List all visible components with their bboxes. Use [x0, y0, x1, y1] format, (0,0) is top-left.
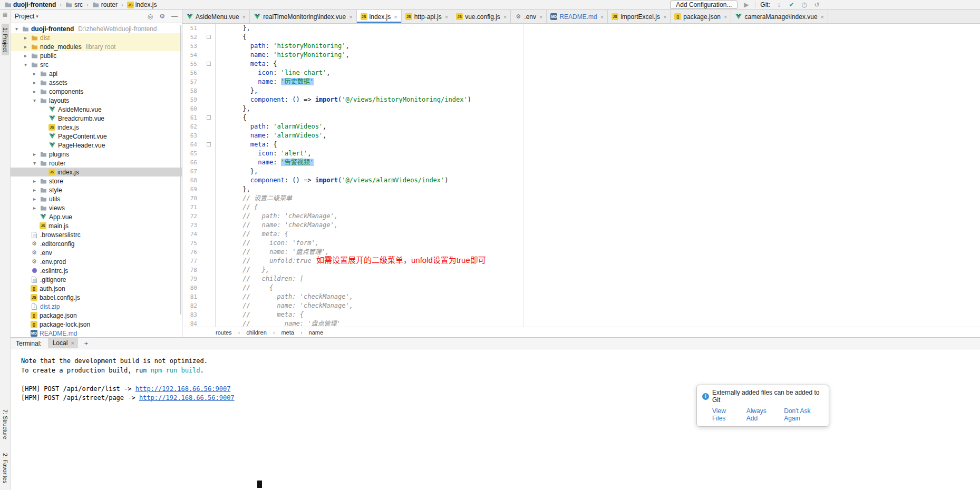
code-line-84[interactable]: 84 // name: '盘点管理': [182, 319, 980, 327]
editor-breadcrumb-children[interactable]: children: [246, 329, 267, 336]
tree-item-env[interactable]: ⚙.env: [11, 248, 182, 257]
tab-close-icon[interactable]: ×: [242, 14, 246, 20]
tree-item-auth-json[interactable]: {}auth.json: [11, 284, 182, 293]
tab-close-icon[interactable]: ×: [445, 14, 448, 20]
chevron-expanded-icon[interactable]: ▾: [23, 62, 28, 67]
chevron-collapsed-icon[interactable]: ▸: [32, 89, 37, 94]
close-icon[interactable]: ×: [71, 340, 74, 346]
new-terminal-icon[interactable]: +: [84, 339, 89, 347]
tree-item-dist[interactable]: ▸dist: [11, 33, 182, 42]
project-view-dropdown[interactable]: Project: [15, 13, 34, 20]
tree-item-style[interactable]: ▸style: [11, 185, 182, 194]
settings-gear-icon[interactable]: ⚙: [159, 13, 165, 20]
notification-action-view-files[interactable]: View Files: [712, 407, 738, 422]
code-line-68[interactable]: 68 component: () => import('@/views/alar…: [182, 176, 980, 185]
terminal-content[interactable]: Note that the development build is not o…: [11, 349, 980, 490]
chevron-collapsed-icon[interactable]: ▸: [32, 196, 37, 202]
fold-icon[interactable]: [207, 115, 211, 120]
tree-item-duoji-frontend[interactable]: ▾duoji-frontendD:\zheheWeb\duoji-fronten…: [11, 24, 182, 33]
code-line-72[interactable]: 72 // path: 'checkManage',: [182, 212, 980, 221]
tree-item-package-lock-json[interactable]: {}package-lock.json: [11, 320, 182, 329]
tab-close-icon[interactable]: ×: [394, 14, 397, 20]
editor-breadcrumb-meta[interactable]: meta: [281, 329, 294, 336]
fold-icon[interactable]: [207, 62, 211, 66]
tab-close-icon[interactable]: ×: [600, 14, 604, 20]
notification-action-always-add[interactable]: Always Add: [746, 407, 775, 422]
code-line-61[interactable]: 61 {: [182, 113, 980, 122]
chevron-collapsed-icon[interactable]: ▸: [32, 71, 37, 76]
code-line-53[interactable]: 53 path: 'historyMonitoring',: [182, 42, 980, 51]
tree-item-views[interactable]: ▸views: [11, 203, 182, 212]
code-line-74[interactable]: 74 // meta: {: [182, 230, 980, 239]
code-line-76[interactable]: 76 // name: '盘点管理',: [182, 248, 980, 257]
chevron-collapsed-icon[interactable]: ▸: [23, 53, 28, 58]
tab-close-icon[interactable]: ×: [503, 14, 507, 20]
tree-item-store[interactable]: ▸store: [11, 177, 182, 185]
breadcrumb-item-index-js[interactable]: JSindex.js: [126, 1, 158, 8]
code-line-66[interactable]: 66 name: '告警视频': [182, 158, 980, 167]
terminal-link[interactable]: http://192.168.66.56:9007: [139, 394, 235, 401]
chevron-expanded-icon[interactable]: ▾: [32, 160, 37, 166]
chevron-collapsed-icon[interactable]: ▸: [32, 151, 37, 157]
tool-button-2-favorites[interactable]: 2: Favorites: [2, 449, 9, 487]
run-icon[interactable]: ▶: [742, 1, 750, 8]
tree-item-components[interactable]: ▸components: [11, 87, 182, 96]
chevron-collapsed-icon[interactable]: ▸: [23, 35, 28, 41]
code-line-70[interactable]: 70 // 设置二级菜单: [182, 194, 980, 203]
code-line-62[interactable]: 62 path: 'alarmVideos',: [182, 122, 980, 131]
tree-item-router[interactable]: ▾router: [11, 159, 182, 168]
tree-item-index-js[interactable]: JSindex.js: [11, 168, 182, 177]
editor-breadcrumb-name[interactable]: name: [309, 329, 324, 336]
code-line-52[interactable]: 52 {: [182, 33, 980, 42]
code-line-80[interactable]: 80 // {: [182, 283, 980, 292]
tab-readme-md[interactable]: MDREADME.md×: [547, 10, 608, 23]
tab-package-json[interactable]: {}package.json×: [671, 10, 731, 23]
tree-item-editorconfig[interactable]: ⚙.editorconfig: [11, 239, 182, 248]
tab-asidemenu-vue[interactable]: AsideMenu.vue×: [182, 10, 250, 23]
code-line-63[interactable]: 63 name: 'alarmVideos',: [182, 131, 980, 140]
breadcrumb-item-duoji-frontend[interactable]: duoji-frontend: [3, 1, 57, 8]
tree-item-babel-config-js[interactable]: JSbabel.config.js: [11, 293, 182, 302]
tree-item-breadcrumb-vue[interactable]: Breadcrumb.vue: [11, 114, 182, 123]
chevron-collapsed-icon[interactable]: ▸: [32, 205, 37, 211]
editor[interactable]: 51 },52 {53 path: 'historyMonitoring',54…: [182, 24, 980, 327]
git-commit-icon[interactable]: ✔: [788, 1, 795, 8]
tree-item-utils[interactable]: ▸utils: [11, 194, 182, 203]
code-line-78[interactable]: 78 // },: [182, 266, 980, 275]
code-line-69[interactable]: 69 },: [182, 185, 980, 194]
tree-item-package-json[interactable]: {}package.json: [11, 311, 182, 320]
tab-vue-config-js[interactable]: JSvue.config.js×: [452, 10, 511, 23]
code-line-55[interactable]: 55 meta: {: [182, 60, 980, 68]
tree-item-pageheader-vue[interactable]: PageHeader.vue: [11, 141, 182, 150]
tree-item-dist-zip[interactable]: dist.zip: [11, 302, 182, 311]
tree-item-api[interactable]: ▸api: [11, 69, 182, 78]
code-line-73[interactable]: 73 // name: 'checkManage',: [182, 221, 980, 230]
terminal-tab-local[interactable]: Local ×: [48, 338, 78, 348]
history-icon[interactable]: ◷: [800, 1, 808, 8]
tree-item-layouts[interactable]: ▾layouts: [11, 96, 182, 105]
tree-item-node-modules[interactable]: ▸node_moduleslibrary root: [11, 42, 182, 51]
tree-item-asidemenu-vue[interactable]: AsideMenu.vue: [11, 105, 182, 114]
tree-item-public[interactable]: ▸public: [11, 51, 182, 60]
tree-item-eslintrc-js[interactable]: .eslintrc.js: [11, 266, 182, 275]
terminal-link[interactable]: http://192.168.66.56:9007: [135, 385, 231, 393]
code-line-57[interactable]: 57 name: '历史数据': [182, 77, 980, 86]
code-line-59[interactable]: 59 component: () => import('@/views/hist…: [182, 95, 980, 104]
project-scrollbar[interactable]: [180, 25, 181, 315]
tree-item-assets[interactable]: ▸assets: [11, 78, 182, 87]
chevron-expanded-icon[interactable]: ▾: [32, 97, 37, 103]
fold-icon[interactable]: [207, 35, 211, 39]
code-line-54[interactable]: 54 name: 'historyMonitoring',: [182, 51, 980, 60]
tool-button-7-structure[interactable]: 7: Structure: [2, 406, 9, 443]
breadcrumb-item-router[interactable]: router: [91, 1, 119, 8]
hide-panel-icon[interactable]: —: [171, 13, 178, 20]
code-line-81[interactable]: 81 // path: 'checkManage',: [182, 292, 980, 301]
code-line-71[interactable]: 71 // {: [182, 203, 980, 212]
tree-item-pagecontent-vue[interactable]: PageContent.vue: [11, 132, 182, 141]
git-update-icon[interactable]: ↓: [775, 1, 783, 8]
tab-close-icon[interactable]: ×: [821, 14, 824, 20]
chevron-expanded-icon[interactable]: ▾: [14, 26, 20, 32]
code-line-82[interactable]: 82 // name: 'checkManage',: [182, 301, 980, 310]
code-line-60[interactable]: 60 },: [182, 104, 980, 113]
editor-breadcrumb-routes[interactable]: routes: [216, 329, 232, 336]
